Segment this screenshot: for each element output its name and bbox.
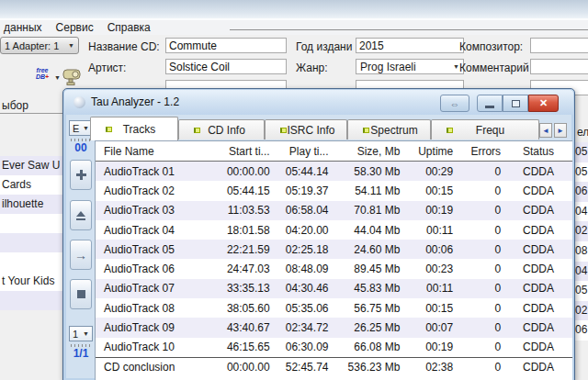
background-right-value: 04 xyxy=(575,202,588,222)
background-track-item[interactable]: Cards xyxy=(0,175,62,195)
drive-value: E xyxy=(73,123,79,134)
table-row[interactable]: AudioTrack 02 05:44.15 05:19.37 54.11 Mb… xyxy=(96,181,572,200)
background-track-item[interactable]: Ever Saw U xyxy=(0,156,62,175)
table-row[interactable]: AudioTrack 07 33:35.13 04:30.46 45.83 Mb… xyxy=(96,279,572,298)
play-next-icon: → xyxy=(74,249,87,262)
tab-flag-icon xyxy=(447,128,453,133)
background-track-item[interactable]: ilhouette xyxy=(0,195,62,214)
swap-icon: ⇔ xyxy=(450,98,460,109)
eject-button[interactable] xyxy=(70,200,92,230)
stop-icon xyxy=(77,290,85,298)
chevron-down-icon: ▼ xyxy=(83,125,89,131)
close-icon: ✕ xyxy=(539,97,548,109)
background-right-value: 06 xyxy=(575,182,588,202)
background-track-item[interactable] xyxy=(0,233,62,252)
column-header[interactable]: Status xyxy=(506,145,572,158)
next-button[interactable]: → xyxy=(70,240,92,270)
tab-cd-info[interactable]: CD Info xyxy=(178,119,265,140)
background-track-item[interactable] xyxy=(0,214,62,233)
adapter-select-label: 1 Adapter: 1 xyxy=(5,40,59,51)
page-select[interactable]: 1 ▼ xyxy=(69,326,93,341)
tau-analyzer-window: Tau Analyzer - 1.2 ⇔ ✕ Tracks CD Info IS… xyxy=(62,88,575,380)
year-input[interactable] xyxy=(356,38,464,53)
tab-prev-icon[interactable]: ◄ xyxy=(539,123,552,138)
minimize-icon xyxy=(485,106,494,108)
tab-flag-icon xyxy=(194,128,200,133)
artist-input[interactable] xyxy=(165,59,287,74)
genre-value: Prog Israeli xyxy=(360,61,416,73)
camera-icon[interactable] xyxy=(62,67,83,89)
track-table: File Name Start ti... Play ti... Size, M… xyxy=(95,140,572,380)
comment-input[interactable] xyxy=(530,59,588,74)
table-row[interactable]: AudioTrack 06 24:47.03 08:48.09 89.45 Mb… xyxy=(96,259,572,278)
window-title: Tau Analyzer - 1.2 xyxy=(91,95,179,108)
divider xyxy=(0,113,62,114)
background-right-value: 06 xyxy=(575,320,588,341)
table-row[interactable]: AudioTrack 03 11:03.53 06:58.04 70.81 Mb… xyxy=(96,201,572,220)
menu-item[interactable]: Справка xyxy=(107,21,151,34)
page-indicator: 1/1 xyxy=(67,347,95,360)
menu-item[interactable]: Сервис xyxy=(56,21,94,34)
cd-title-input[interactable] xyxy=(165,38,287,53)
track-counter: 00 xyxy=(67,141,95,154)
freedb-icon[interactable]: free DB+ xyxy=(30,67,54,87)
background-right-column: 05050604020804050206 xyxy=(575,142,588,341)
menu-item[interactable]: данных xyxy=(4,21,42,34)
screen: данныхСервисСправка 1 Adapter: 1 ▼ free … xyxy=(0,0,588,380)
chevron-down-icon: ▼ xyxy=(83,330,89,337)
composer-input[interactable] xyxy=(530,38,588,53)
tab-flag-icon xyxy=(106,127,112,132)
freedb-dropdown-icon[interactable]: ▼ xyxy=(54,74,61,81)
genre-select[interactable]: Prog Israeli ▼ xyxy=(356,59,464,74)
table-row[interactable]: AudioTrack 01 00:00.00 05:44.14 58.30 Mb… xyxy=(96,162,572,181)
app-icon xyxy=(74,96,85,108)
artist-label: Артист: xyxy=(88,61,126,74)
table-row[interactable]: AudioTrack 10 46:15.65 06:30.09 66.08 Mb… xyxy=(96,338,572,357)
column-header[interactable]: File Name xyxy=(96,145,224,158)
chevron-down-icon: ▼ xyxy=(453,63,459,70)
column-header[interactable]: Play ti... xyxy=(276,145,334,158)
background-track-item[interactable] xyxy=(0,252,62,272)
tab-frequency[interactable]: Frequ xyxy=(431,119,539,140)
menu-divider xyxy=(230,29,588,30)
adapter-select-button[interactable]: 1 Adapter: 1 ▼ xyxy=(0,37,79,54)
table-row[interactable]: AudioTrack 05 22:21.59 02:25.18 24.60 Mb… xyxy=(96,240,572,259)
table-row[interactable]: AudioTrack 08 38:05.60 05:35.06 56.75 Mb… xyxy=(96,298,572,318)
comment-label: Комментарий xyxy=(459,61,529,74)
stop-button[interactable] xyxy=(70,279,92,309)
background-right-value: 05 xyxy=(575,281,588,301)
table-row[interactable]: AudioTrack 04 18:01.58 04:20.00 44.04 Mb… xyxy=(96,220,572,240)
background-track-list: Ever Saw UCardsilhouettet Your Kids xyxy=(0,156,62,310)
table-header-row: File Name Start ti... Play ti... Size, M… xyxy=(96,141,572,162)
table-row[interactable]: AudioTrack 09 43:40.67 02:34.72 26.25 Mb… xyxy=(96,318,572,337)
column-header[interactable]: Errors xyxy=(458,145,506,158)
tab-flag-icon xyxy=(363,128,369,133)
year-label: Год издани xyxy=(296,40,355,53)
composer-label: Композитор: xyxy=(459,40,523,53)
tab-flag-icon xyxy=(280,128,287,133)
background-list-header: ыбор xyxy=(2,99,28,112)
tab-isrc-info[interactable]: ISRC Info xyxy=(265,119,347,140)
maximize-button[interactable] xyxy=(503,95,528,112)
chevron-down-icon: ▼ xyxy=(68,42,74,49)
background-track-item[interactable]: t Your Kids xyxy=(0,272,62,291)
minimize-button[interactable] xyxy=(477,95,503,112)
table-body: AudioTrack 01 00:00.00 05:44.14 58.30 Mb… xyxy=(96,162,572,357)
column-header[interactable]: Size, Mb xyxy=(334,145,405,158)
background-track-item[interactable] xyxy=(0,291,62,310)
background-right-value: 04 xyxy=(575,262,588,282)
tab-next-icon[interactable]: ► xyxy=(554,123,567,138)
summary-row: CD conclusion 00:00.00 52:45.74 536.23 M… xyxy=(96,357,572,377)
swap-arrows-button[interactable]: ⇔ xyxy=(440,95,469,112)
add-icon xyxy=(76,170,86,180)
column-header[interactable]: Uptime xyxy=(405,145,458,158)
background-right-value: 05 xyxy=(575,162,588,183)
eject-icon xyxy=(76,211,85,220)
tab-spectrum[interactable]: Spectrum xyxy=(347,119,431,140)
column-header[interactable]: Start ti... xyxy=(224,145,276,158)
cd-title-label: Название CD: xyxy=(88,40,160,53)
close-button[interactable]: ✕ xyxy=(528,95,559,112)
genre-label: Жанр: xyxy=(296,61,328,74)
tab-tracks[interactable]: Tracks xyxy=(90,117,178,140)
add-button[interactable] xyxy=(70,160,92,190)
